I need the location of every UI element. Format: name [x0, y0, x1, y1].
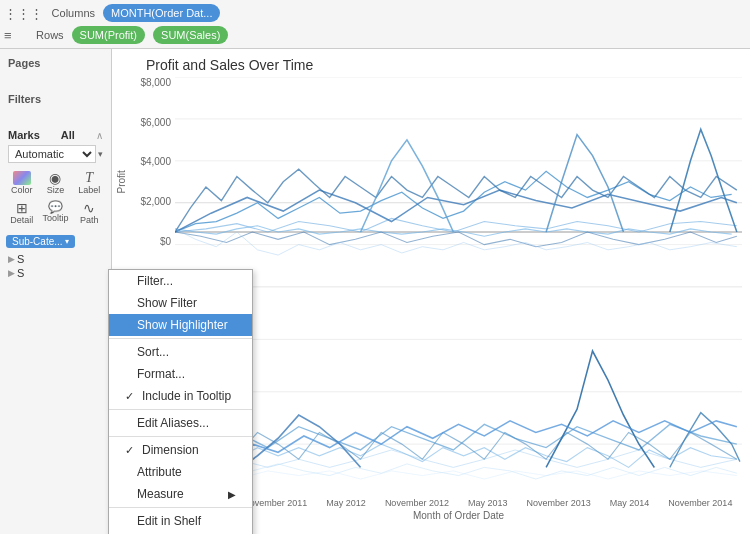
- profit-y-2000: $2,000: [140, 196, 171, 207]
- toolbar: ⋮⋮⋮ Columns MONTH(Order Dat... ≡ Rows SU…: [0, 0, 750, 49]
- filters-title: Filters: [0, 89, 111, 107]
- rows-row: ≡ Rows SUM(Profit) SUM(Sales): [4, 24, 746, 46]
- detail-label: Detail: [10, 215, 33, 225]
- menu-sep-4: [109, 507, 252, 508]
- rows-pill-sales[interactable]: SUM(Sales): [153, 26, 228, 44]
- x-axis-area: May 2011 November 2011 May 2012 November…: [175, 496, 742, 526]
- marks-section: Marks All ∧ Automatic ▾ Color ◉ Size: [0, 125, 111, 233]
- x-label-nov2014: November 2014: [668, 498, 732, 508]
- menu-show-filter[interactable]: Show Filter: [109, 292, 252, 314]
- sub-cate-row: Sub-Cate... ▾: [0, 233, 111, 250]
- all-label: All: [61, 129, 75, 141]
- menu-sep-3: [109, 436, 252, 437]
- columns-icon: ⋮⋮⋮: [4, 6, 43, 21]
- menu-measure[interactable]: Measure ▶: [109, 483, 252, 505]
- left-panel: Pages Filters Marks All ∧ Automatic ▾: [0, 49, 112, 534]
- rows-pill-profit[interactable]: SUM(Profit): [72, 26, 145, 44]
- sub-cate-pill[interactable]: Sub-Cate... ▾: [6, 235, 75, 248]
- profit-y-axis-label: Profit: [116, 77, 130, 287]
- columns-label: Columns: [49, 7, 99, 19]
- path-icon: ∿: [83, 201, 95, 215]
- size-icon: ◉: [49, 171, 61, 185]
- sub-cate-label: Sub-Cate...: [12, 236, 63, 247]
- sales-chart-svg: [175, 287, 742, 497]
- menu-dimension[interactable]: Dimension: [109, 439, 252, 461]
- menu-sep-2: [109, 409, 252, 410]
- arrow-icon-1: ▶: [8, 254, 15, 264]
- automatic-dropdown-row: Automatic ▾: [0, 143, 111, 165]
- detail-mark[interactable]: ⊞ Detail: [6, 199, 38, 227]
- columns-pill[interactable]: MONTH(Order Dat...: [103, 4, 220, 22]
- path-label: Path: [80, 215, 99, 225]
- profit-y-4000: $4,000: [140, 156, 171, 167]
- pages-title: Pages: [0, 53, 111, 71]
- measure-arrow-icon: ▶: [228, 489, 236, 500]
- marks-all: Marks All ∧: [8, 129, 103, 141]
- label-icon: T: [85, 171, 93, 185]
- size-mark[interactable]: ◉ Size: [40, 169, 72, 197]
- profit-y-6000: $6,000: [140, 117, 171, 128]
- path-mark[interactable]: ∿ Path: [73, 199, 105, 227]
- x-label-nov2013: November 2013: [527, 498, 591, 508]
- menu-format[interactable]: Format...: [109, 363, 252, 385]
- profit-chart-with-axis: $8,000 $6,000 $4,000 $2,000 $0 -$2,000: [130, 77, 742, 287]
- profit-y-axis: $8,000 $6,000 $4,000 $2,000 $0 -$2,000: [130, 77, 175, 287]
- x-axis-title: Month of Order Date: [175, 510, 742, 521]
- sidebar-items: ▶ S ▶ S: [0, 250, 111, 282]
- tooltip-label: Tooltip: [42, 213, 68, 223]
- label-mark[interactable]: T Label: [73, 169, 105, 197]
- dropdown-arrow-icon: ▾: [98, 149, 103, 159]
- sub-cate-dropdown-icon: ▾: [65, 237, 69, 246]
- marks-icons-grid: Color ◉ Size T Label ⊞ Detail 💬 Tooltip: [0, 165, 111, 231]
- chart-title: Profit and Sales Over Time: [146, 57, 742, 73]
- color-mark[interactable]: Color: [6, 169, 38, 197]
- profit-chart-row: Profit $8,000 $6,000 $4,000 $2,000 $0 -$…: [116, 77, 742, 287]
- sidebar-item-1[interactable]: ▶ S: [6, 252, 105, 266]
- menu-show-highlighter[interactable]: Show Highlighter: [109, 314, 252, 336]
- color-icon: [13, 171, 31, 185]
- marks-header: Marks All ∧: [0, 127, 111, 143]
- menu-edit-in-shelf[interactable]: Edit in Shelf: [109, 510, 252, 532]
- arrow-icon-2: ▶: [8, 268, 15, 278]
- x-axis-labels: May 2011 November 2011 May 2012 November…: [175, 496, 742, 508]
- context-menu: Filter... Show Filter Show Highlighter S…: [108, 269, 253, 534]
- x-label-nov2012: November 2012: [385, 498, 449, 508]
- menu-include-tooltip[interactable]: Include in Tooltip: [109, 385, 252, 407]
- tooltip-mark[interactable]: 💬 Tooltip: [40, 199, 72, 227]
- main-layout: Pages Filters Marks All ∧ Automatic ▾: [0, 49, 750, 534]
- chevron-icon: ∧: [96, 130, 103, 141]
- menu-sep-1: [109, 338, 252, 339]
- menu-sort[interactable]: Sort...: [109, 341, 252, 363]
- columns-row: ⋮⋮⋮ Columns MONTH(Order Dat...: [4, 2, 746, 24]
- sidebar-item-label-1: S: [17, 253, 24, 265]
- x-label-may2014: May 2014: [610, 498, 650, 508]
- rows-label: Rows: [18, 29, 68, 41]
- profit-chart-svg: [175, 77, 742, 287]
- rows-icon: ≡: [4, 28, 12, 43]
- color-label: Color: [11, 185, 33, 195]
- mark-type-select[interactable]: Automatic: [8, 145, 96, 163]
- profit-y-8000: $8,000: [140, 77, 171, 88]
- detail-icon: ⊞: [16, 201, 28, 215]
- menu-filter[interactable]: Filter...: [109, 270, 252, 292]
- menu-edit-aliases[interactable]: Edit Aliases...: [109, 412, 252, 434]
- size-label: Size: [47, 185, 65, 195]
- x-label-may2012: May 2012: [326, 498, 366, 508]
- label-label: Label: [78, 185, 100, 195]
- marks-label: Marks: [8, 129, 40, 141]
- x-label-may2013: May 2013: [468, 498, 508, 508]
- tooltip-icon: 💬: [48, 201, 63, 213]
- sidebar-item-label-2: S: [17, 267, 24, 279]
- profit-y-0: $0: [160, 236, 171, 247]
- sidebar-item-2[interactable]: ▶ S: [6, 266, 105, 280]
- menu-attribute[interactable]: Attribute: [109, 461, 252, 483]
